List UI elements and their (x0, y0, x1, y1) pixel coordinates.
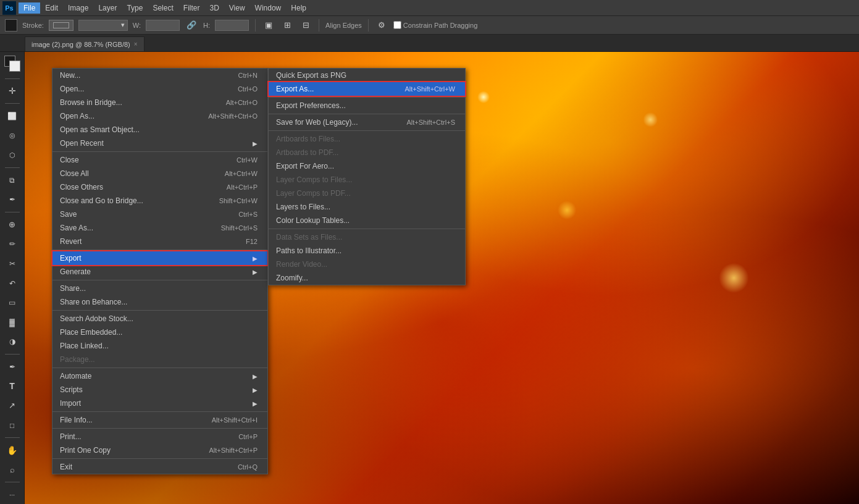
ps-logo: Ps (2, 1, 16, 15)
file-menu-new[interactable]: New...Ctrl+N (52, 69, 267, 82)
tool-heal[interactable]: ⊕ (3, 216, 22, 234)
menu-edit[interactable]: Edit (40, 2, 63, 14)
menu-bar: Ps File Edit Image Layer Type Select Fil… (0, 0, 859, 16)
divider-2 (319, 19, 319, 32)
tool-history-brush[interactable]: ↶ (3, 274, 22, 293)
file-menu-open-smart[interactable]: Open as Smart Object... (52, 123, 267, 136)
width-input[interactable] (146, 20, 180, 31)
tool-path-select[interactable]: ↗ (3, 397, 22, 415)
export-quick-png[interactable]: Quick Export as PNG (269, 69, 465, 82)
tool-hand[interactable]: ✋ (3, 441, 22, 460)
menu-3d[interactable]: 3D (204, 2, 224, 14)
file-menu-open-recent[interactable]: Open Recent▶ (52, 136, 267, 150)
file-menu-close[interactable]: CloseCtrl+W (52, 153, 267, 167)
export-submenu-dropdown: Quick Export as PNG Export As...Alt+Shif… (268, 68, 466, 285)
export-layers-files[interactable]: Layers to Files... (269, 200, 465, 214)
file-menu-open[interactable]: Open...Ctrl+O (52, 82, 267, 96)
file-menu-revert[interactable]: RevertF12 (52, 235, 267, 248)
tool-text[interactable]: T (3, 377, 22, 396)
tool-shape[interactable]: □ (3, 416, 22, 435)
tool-brush[interactable]: ✏ (3, 235, 22, 254)
export-sep-4 (269, 229, 465, 229)
height-input[interactable] (215, 20, 249, 31)
link-icon[interactable]: 🔗 (185, 19, 198, 32)
constrain-path-label: Constrain Path Dragging (393, 21, 477, 29)
tool-crop[interactable]: ⧉ (3, 171, 22, 190)
export-export-as[interactable]: Export As...Alt+Shift+Ctrl+W (269, 82, 465, 96)
export-color-lookup[interactable]: Color Lookup Tables... (269, 214, 465, 227)
file-menu-close-others[interactable]: Close OthersAlt+Ctrl+P (52, 180, 267, 194)
tool-pen[interactable]: ✒ (3, 358, 22, 376)
tool-separator-0 (5, 78, 20, 79)
menu-file[interactable]: File (19, 2, 40, 14)
export-for-aero[interactable]: Export For Aero... (269, 159, 465, 173)
export-zoomify[interactable]: Zoomify... (269, 271, 465, 285)
tool-quick-select[interactable]: ⬡ (3, 146, 22, 164)
export-layer-comps-pdf: Layer Comps to PDF... (269, 187, 465, 200)
fill-swatch[interactable] (5, 19, 17, 32)
tool-zoom[interactable]: ⌕ (3, 461, 22, 479)
tool-eraser[interactable]: ▭ (3, 293, 22, 312)
file-menu-print-one-copy[interactable]: Print One CopyAlt+Shift+Ctrl+P (52, 443, 267, 457)
menu-help[interactable]: Help (286, 2, 311, 14)
menu-window[interactable]: Window (250, 2, 287, 14)
export-paths-illustrator[interactable]: Paths to Illustrator... (269, 244, 465, 258)
file-sep-7 (52, 428, 267, 429)
width-label: W: (133, 22, 141, 29)
stroke-type-dropdown[interactable]: ▾ (78, 20, 128, 31)
file-menu-generate[interactable]: Generate▶ (52, 265, 267, 279)
path-arrange-icon[interactable]: ⊟ (299, 19, 312, 32)
tool-eyedropper[interactable]: ✒ (3, 190, 22, 209)
tool-separator-3 (5, 212, 20, 212)
file-menu-close-all[interactable]: Close AllAlt+Ctrl+W (52, 167, 267, 180)
menu-type[interactable]: Type (122, 2, 148, 14)
height-label: H: (203, 22, 210, 29)
file-menu-file-info[interactable]: File Info...Alt+Shift+Ctrl+I (52, 413, 267, 427)
menu-select[interactable]: Select (148, 2, 178, 14)
menu-filter[interactable]: Filter (178, 2, 205, 14)
constrain-path-checkbox[interactable] (393, 21, 401, 29)
tool-dodge[interactable]: ◑ (3, 332, 22, 351)
color-swatches[interactable] (3, 54, 22, 73)
menu-image[interactable]: Image (63, 2, 93, 14)
export-save-web[interactable]: Save for Web (Legacy)...Alt+Shift+Ctrl+S (269, 116, 465, 129)
gear-icon[interactable]: ⚙ (375, 19, 388, 32)
path-align-icon[interactable]: ⊞ (280, 19, 294, 32)
left-toolbar: ✛ ⬜ ◎ ⬡ ⧉ ✒ ⊕ ✏ ✂ ↶ ▭ ▓ ◑ ✒ T ↗ □ ✋ ⌕ ··… (0, 52, 25, 504)
file-sep-4 (52, 310, 267, 311)
file-menu-import[interactable]: Import▶ (52, 397, 267, 410)
file-menu-share-behance[interactable]: Share on Behance... (52, 295, 267, 309)
export-artboards-pdf: Artboards to PDF... (269, 146, 465, 159)
menu-layer[interactable]: Layer (93, 2, 122, 14)
file-sep-1 (52, 151, 267, 152)
file-menu-save[interactable]: SaveCtrl+S (52, 208, 267, 221)
file-menu-export[interactable]: Export▶ (52, 251, 267, 265)
file-menu-close-bridge[interactable]: Close and Go to Bridge...Shift+Ctrl+W (52, 194, 267, 208)
file-menu-scripts[interactable]: Scripts▶ (52, 383, 267, 397)
menu-view[interactable]: View (224, 2, 250, 14)
file-menu-save-as[interactable]: Save As...Shift+Ctrl+S (52, 221, 267, 235)
file-menu-adobe-stock[interactable]: Search Adobe Stock... (52, 312, 267, 326)
export-preferences[interactable]: Export Preferences... (269, 99, 465, 112)
stroke-swatch[interactable] (49, 20, 73, 31)
tool-gradient[interactable]: ▓ (3, 313, 22, 332)
path-ops-icon[interactable]: ▣ (262, 19, 275, 32)
file-menu-print[interactable]: Print...Ctrl+P (52, 430, 267, 443)
file-menu-automate[interactable]: Automate▶ (52, 369, 267, 383)
tool-move[interactable]: ✛ (3, 82, 22, 101)
document-tab[interactable]: image (2).png @ 88.7% (RGB/8) × (25, 36, 145, 51)
file-menu-browse-bridge[interactable]: Browse in Bridge...Alt+Ctrl+O (52, 96, 267, 109)
export-artboards-files: Artboards to Files... (269, 132, 465, 146)
file-menu-place-embedded[interactable]: Place Embedded... (52, 326, 267, 339)
tool-lasso[interactable]: ◎ (3, 127, 22, 145)
tool-select-rect[interactable]: ⬜ (3, 107, 22, 125)
tool-more[interactable]: ··· (3, 485, 22, 504)
stroke-label: Stroke: (22, 22, 44, 29)
file-menu-share[interactable]: Share... (52, 282, 267, 295)
file-menu-open-as[interactable]: Open As...Alt+Shift+Ctrl+O (52, 109, 267, 123)
tab-close-button[interactable]: × (134, 41, 138, 48)
file-menu-place-linked[interactable]: Place Linked... (52, 339, 267, 353)
tool-clone[interactable]: ✂ (3, 254, 22, 273)
file-menu-exit[interactable]: ExitCtrl+Q (52, 460, 267, 474)
tool-separator-4 (5, 354, 20, 355)
